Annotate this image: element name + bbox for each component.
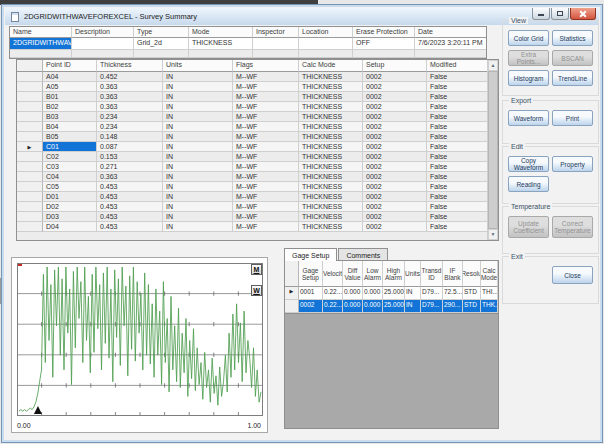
column-header[interactable]: Location	[299, 27, 353, 38]
row-header[interactable]	[17, 172, 43, 182]
scrollbar-thumb[interactable]	[488, 71, 498, 229]
cell[interactable]: M--WF	[233, 132, 299, 142]
new-row-cell[interactable]	[415, 50, 487, 58]
cell[interactable]: M--WF	[233, 92, 299, 102]
cell[interactable]: THICKNESS	[189, 38, 253, 50]
print-button[interactable]: Print	[552, 110, 593, 126]
cell[interactable]: B04	[43, 122, 97, 132]
cell[interactable]: 0002	[299, 300, 323, 313]
cell[interactable]: 0.000	[343, 300, 363, 313]
row-header[interactable]	[285, 300, 299, 313]
cell[interactable]: STD	[463, 287, 481, 300]
cell[interactable]: B03	[43, 112, 97, 122]
cell[interactable]: C01	[43, 142, 97, 152]
cell[interactable]	[253, 38, 299, 50]
row-header[interactable]	[17, 212, 43, 222]
new-row-cell[interactable]	[10, 50, 72, 58]
row-header[interactable]	[17, 132, 43, 142]
cell[interactable]: False	[427, 212, 488, 222]
column-header[interactable]: Low Alarm	[363, 261, 383, 287]
cell[interactable]: IN	[163, 132, 233, 142]
cell[interactable]: C02	[43, 152, 97, 162]
cell[interactable]: THICKNESS	[299, 92, 363, 102]
cell[interactable]: 0002	[363, 222, 427, 232]
new-row-cell[interactable]	[253, 50, 299, 58]
cell[interactable]: False	[427, 102, 488, 112]
row-header[interactable]	[17, 182, 43, 192]
cell[interactable]: THICKNESS	[299, 192, 363, 202]
cell[interactable]: 0.363	[97, 102, 163, 112]
cell[interactable]: M--WF	[233, 112, 299, 122]
row-header[interactable]	[17, 152, 43, 162]
trendline-button[interactable]: TrendLine	[552, 70, 593, 86]
cell[interactable]: M--WF	[233, 72, 299, 82]
cell[interactable]: B01	[43, 92, 97, 102]
cell[interactable]: 0002	[363, 142, 427, 152]
cell[interactable]: IN	[163, 122, 233, 132]
cell[interactable]: IN	[163, 102, 233, 112]
cell[interactable]: IN	[163, 172, 233, 182]
row-header[interactable]	[17, 72, 43, 82]
cell[interactable]: B02	[43, 102, 97, 112]
cell[interactable]: M--WF	[233, 102, 299, 112]
column-header[interactable]: Units	[405, 261, 421, 287]
cell[interactable]: False	[427, 112, 488, 122]
column-header[interactable]: Modified	[427, 60, 488, 72]
cell[interactable]: M--WF	[233, 142, 299, 152]
column-header[interactable]: IF Blank	[443, 261, 463, 287]
cell[interactable]: THICKNESS	[299, 202, 363, 212]
cell[interactable]: 0.000	[363, 287, 383, 300]
statistics-button[interactable]: Statistics	[552, 30, 593, 46]
new-row-cell[interactable]	[189, 50, 253, 58]
new-row-cell[interactable]	[72, 50, 134, 58]
cell[interactable]: False	[427, 152, 488, 162]
cell[interactable]: D01	[43, 192, 97, 202]
row-header[interactable]	[17, 192, 43, 202]
cell[interactable]: C05	[43, 182, 97, 192]
column-header[interactable]: Point ID	[43, 60, 97, 72]
maximize-button[interactable]	[551, 8, 569, 20]
cell[interactable]: 0002	[363, 202, 427, 212]
row-header[interactable]	[17, 222, 43, 232]
cell[interactable]: False	[427, 202, 488, 212]
cell[interactable]: 290...	[443, 300, 463, 313]
cell[interactable]: THICKNESS	[299, 222, 363, 232]
cell[interactable]: 0.453	[97, 192, 163, 202]
cell[interactable]: 0002	[363, 132, 427, 142]
cell[interactable]: THICKNESS	[299, 212, 363, 222]
column-header[interactable]: Gage Setup	[299, 261, 323, 287]
column-header[interactable]: Velocit	[323, 261, 343, 287]
cell[interactable]: 25.000	[383, 300, 405, 313]
cell[interactable]: THICKNESS	[299, 102, 363, 112]
cell[interactable]: D02	[43, 202, 97, 212]
cell[interactable]: THICKNESS	[299, 72, 363, 82]
cell[interactable]: False	[427, 172, 488, 182]
cell[interactable]: IN	[163, 162, 233, 172]
cell[interactable]: THICKNESS	[299, 122, 363, 132]
column-header[interactable]: Thickness	[97, 60, 163, 72]
cell[interactable]: THICKNESS	[299, 82, 363, 92]
cell[interactable]: THICKNESS	[299, 152, 363, 162]
points-grid-scrollbar[interactable]: ▲ ▼	[487, 60, 498, 240]
waveform-w-button[interactable]: W	[251, 285, 262, 296]
color-grid-button[interactable]: Color Grid	[508, 30, 549, 46]
cell[interactable]: M--WF	[233, 162, 299, 172]
cell[interactable]: 0.22...	[323, 287, 343, 300]
cell[interactable]: False	[427, 182, 488, 192]
cell[interactable]: C04	[43, 172, 97, 182]
row-header[interactable]	[17, 102, 43, 112]
cell[interactable]: A04	[43, 72, 97, 82]
cell[interactable]: M--WF	[233, 152, 299, 162]
cell[interactable]: 0002	[363, 102, 427, 112]
column-header[interactable]: Units	[163, 60, 233, 72]
copy-waveform-button[interactable]: Copy Waveform	[508, 156, 549, 172]
row-header[interactable]	[17, 162, 43, 172]
cell[interactable]: False	[427, 82, 488, 92]
cell[interactable]: 2DGRIDWITHWAVEFOR	[10, 38, 72, 50]
cell[interactable]: IN	[163, 212, 233, 222]
cell[interactable]: 7/6/2023 3:20:11 PM	[415, 38, 487, 50]
row-header[interactable]	[17, 122, 43, 132]
row-header[interactable]	[17, 82, 43, 92]
column-header[interactable]: Diff Value	[343, 261, 363, 287]
cell[interactable]: 0.452	[97, 72, 163, 82]
